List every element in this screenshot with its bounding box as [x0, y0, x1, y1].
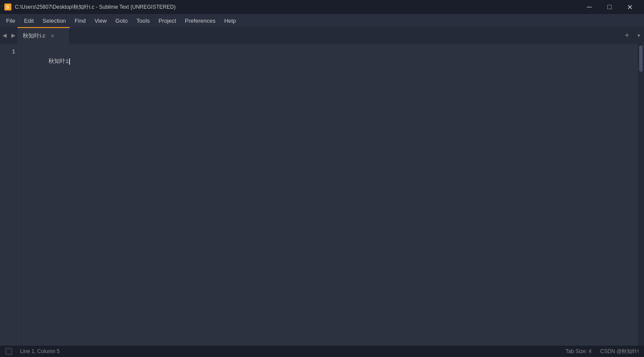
line-number-1: 1 — [4, 47, 15, 57]
menu-preferences[interactable]: Preferences — [180, 16, 220, 26]
line-numbers: 1 — [0, 44, 22, 346]
status-right: Tab Size: 4 CSDN @秋知叶i — [565, 348, 639, 355]
scrollbar-area[interactable] — [638, 44, 644, 346]
window-title: C:\Users\25807\Desktop\秋知叶i.c - Sublime … — [15, 3, 579, 11]
menu-edit[interactable]: Edit — [20, 16, 38, 26]
menu-selection[interactable]: Selection — [38, 16, 70, 26]
minimize-button[interactable]: ─ — [579, 0, 599, 14]
title-bar: S C:\Users\25807\Desktop\秋知叶i.c - Sublim… — [0, 0, 644, 14]
menu-view[interactable]: View — [90, 16, 111, 26]
tab-close-button[interactable]: × — [49, 32, 56, 39]
tab-nav-left[interactable]: ◀ — [0, 27, 9, 44]
menu-bar: File Edit Selection Find View Goto Tools… — [0, 14, 644, 27]
tab-size-label: Tab Size: 4 — [565, 348, 591, 354]
svg-rect-2 — [7, 349, 11, 354]
status-bar: Line 1, Column 5 Tab Size: 4 CSDN @秋知叶i — [0, 346, 644, 357]
svg-text:S: S — [6, 5, 9, 10]
tab-dropdown-button[interactable]: ▾ — [634, 27, 644, 44]
editor-area: 1 秋知叶i — [0, 44, 644, 346]
maximize-button[interactable]: □ — [599, 0, 620, 14]
tab-file[interactable]: 秋知叶i.c × — [17, 27, 70, 44]
code-content[interactable]: 秋知叶i — [22, 44, 638, 346]
window-controls: ─ □ ✕ — [579, 0, 640, 14]
close-button[interactable]: ✕ — [620, 0, 640, 14]
tab-nav-right[interactable]: ▶ — [9, 27, 17, 44]
status-icon — [5, 348, 12, 355]
status-position: Line 1, Column 5 — [20, 348, 60, 354]
tab-label: 秋知叶i.c — [23, 32, 45, 40]
menu-file[interactable]: File — [2, 16, 20, 26]
code-line-1: 秋知叶i — [48, 58, 70, 65]
app-icon: S — [4, 3, 11, 10]
menu-goto[interactable]: Goto — [111, 16, 132, 26]
menu-tools[interactable]: Tools — [132, 16, 154, 26]
status-left: Line 1, Column 5 — [5, 348, 565, 355]
menu-find[interactable]: Find — [70, 16, 90, 26]
editor-main[interactable]: 1 秋知叶i — [0, 44, 638, 346]
tab-bar: ◀ ▶ 秋知叶i.c × + ▾ — [0, 27, 644, 44]
scrollbar-thumb[interactable] — [639, 45, 643, 72]
attribution-label: CSDN @秋知叶i — [600, 348, 639, 355]
text-cursor — [69, 59, 70, 65]
menu-help[interactable]: Help — [220, 16, 240, 26]
tab-add-button[interactable]: + — [620, 27, 634, 44]
menu-project[interactable]: Project — [154, 16, 180, 26]
